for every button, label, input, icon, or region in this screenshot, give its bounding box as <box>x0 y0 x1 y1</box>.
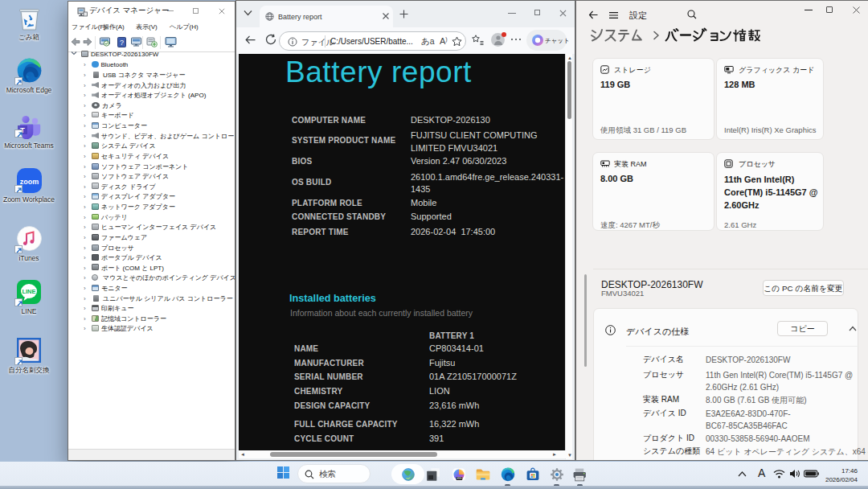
svg-text:zoom: zoom <box>19 178 39 186</box>
svg-text:MSN: MSN <box>457 477 461 480</box>
svg-text:LINE: LINE <box>22 288 35 295</box>
svg-text:?: ? <box>120 39 124 47</box>
